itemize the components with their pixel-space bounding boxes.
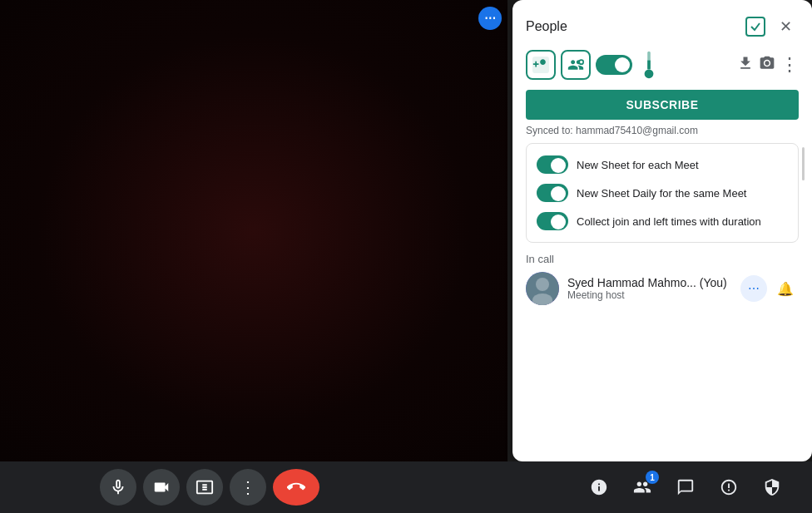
main-toggle[interactable] — [596, 55, 632, 75]
more-options-button[interactable]: ⋮ — [230, 469, 266, 506]
toggle-3[interactable] — [537, 212, 568, 230]
participant-name: Syed Hammad Mahmo... (You) — [567, 276, 732, 289]
svg-point-4 — [645, 69, 654, 78]
participant-more-button[interactable]: ⋯ — [740, 275, 767, 302]
panel-more-icon[interactable]: ⋮ — [780, 54, 799, 76]
camera-button-icon — [152, 478, 171, 496]
panel-title: People — [526, 19, 567, 34]
close-icon: ✕ — [780, 17, 792, 36]
participant-bell-button[interactable]: 🔔 — [772, 275, 799, 302]
participant-actions: ⋯ 🔔 — [740, 275, 799, 302]
thermometer-icon — [641, 50, 657, 80]
add-person-button-2[interactable] — [561, 50, 591, 80]
participant-row: Syed Hammad Mahmo... (You) Meeting host … — [526, 272, 799, 305]
setting-label-1: New Sheet for each Meet — [577, 159, 788, 171]
toggle-1[interactable] — [537, 155, 568, 174]
safety-icon — [763, 478, 781, 496]
end-call-button[interactable] — [273, 469, 319, 506]
sync-text: Synced to: hammad75410@gmail.com — [512, 123, 812, 143]
info-button[interactable] — [584, 472, 614, 502]
microphone-button[interactable] — [100, 469, 136, 506]
temp-icon-area — [641, 50, 657, 80]
chat-button[interactable] — [671, 472, 701, 502]
activities-button[interactable] — [714, 472, 744, 502]
toolbar-right: 1 — [584, 472, 787, 502]
present-button[interactable] — [186, 469, 223, 506]
panel-header-icons: ✕ — [745, 13, 799, 40]
toolbar-row: ⋮ — [512, 47, 812, 86]
camera-icon[interactable] — [759, 55, 775, 76]
panel-header: People ✕ — [512, 0, 812, 47]
svg-point-6 — [536, 278, 549, 291]
setting-label-3: Collect join and left times with duratio… — [577, 215, 788, 228]
video-area — [0, 0, 508, 461]
setting-row-2: New Sheet Daily for the same Meet — [537, 179, 788, 207]
in-call-label: In call — [526, 253, 799, 265]
present-icon — [196, 478, 214, 496]
checkbox-icon[interactable] — [745, 17, 765, 37]
activities-icon — [720, 478, 738, 496]
setting-row-3: Collect join and left times with duratio… — [537, 207, 788, 235]
video-more-options[interactable]: ⋯ — [478, 7, 502, 30]
avatar — [526, 272, 559, 305]
toolbar-left: ⋮ — [100, 469, 319, 506]
subscribe-button[interactable]: SUBSCRIBE — [526, 90, 799, 120]
people-badge: 1 — [646, 471, 659, 484]
scrollbar — [802, 147, 805, 180]
bottom-toolbar: ⋮ 1 — [0, 461, 812, 513]
svg-rect-3 — [647, 61, 651, 70]
download-icon[interactable] — [737, 55, 754, 76]
participant-more-icon: ⋯ — [748, 282, 760, 295]
info-icon — [590, 478, 608, 496]
settings-box: New Sheet for each Meet New Sheet Daily … — [526, 143, 799, 243]
setting-label-2: New Sheet Daily for the same Meet — [577, 187, 788, 200]
microphone-icon — [109, 478, 127, 496]
safety-button[interactable] — [757, 472, 787, 502]
side-panel: People ✕ — [512, 0, 812, 461]
close-button[interactable]: ✕ — [772, 13, 799, 40]
more-icon: ⋮ — [240, 477, 257, 497]
bell-icon: 🔔 — [777, 281, 794, 297]
chat-icon — [676, 478, 695, 496]
participant-role: Meeting host — [567, 289, 732, 301]
in-call-section: In call Syed Hammad Mahmo... (You) Meeti… — [512, 243, 812, 305]
toggle-2[interactable] — [537, 184, 568, 202]
setting-row-1: New Sheet for each Meet — [537, 150, 788, 179]
people-button[interactable]: 1 — [627, 472, 657, 502]
participant-info: Syed Hammad Mahmo... (You) Meeting host — [567, 276, 732, 301]
add-person-button-1[interactable] — [526, 50, 556, 80]
video-dots-icon: ⋯ — [484, 12, 497, 25]
camera-button[interactable] — [143, 469, 180, 506]
avatar-image — [526, 272, 559, 305]
end-call-icon — [287, 478, 305, 496]
